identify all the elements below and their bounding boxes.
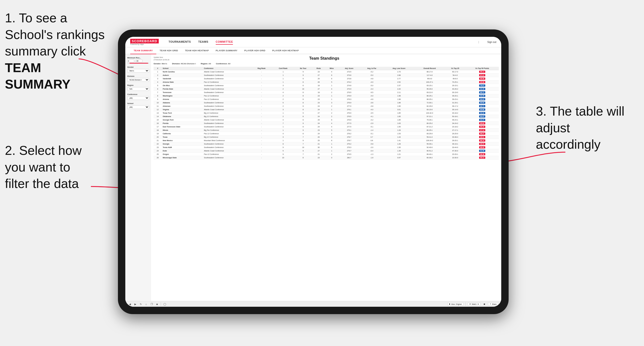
- cell-conf-rank: 1: [272, 125, 294, 128]
- cell-adj-score: 277.5: [338, 125, 360, 128]
- cell-vs50: 80.39: [466, 87, 499, 91]
- cell-reg-rank: -: [251, 128, 272, 132]
- cell-avg-low: 1.85: [383, 115, 414, 118]
- cell-overall: 79-26-1: [414, 118, 444, 122]
- filter-gender-select[interactable]: Men's: [127, 69, 149, 73]
- cell-wins: 2: [325, 132, 338, 135]
- cell-wins: 6: [325, 73, 338, 77]
- cell-conf-rank: 5: [272, 101, 294, 104]
- cell-conference: Southeastern Conference: [203, 146, 251, 149]
- tab-team-h2h-grid[interactable]: TEAM H2H GRID: [156, 47, 182, 54]
- cell-conference: Southeastern Conference: [203, 91, 251, 94]
- view-icon: ▶: [449, 303, 450, 305]
- conference-filter-label: Conference: All: [216, 63, 230, 65]
- toolbar-clock-icon[interactable]: ◯: [163, 302, 166, 306]
- cell-adj-score: 277.5: [338, 122, 360, 125]
- table-row: 20 Texas Big 12 Conference - 3 7 20 3 27…: [154, 135, 499, 139]
- cell-avg-par: -2.0: [360, 146, 383, 149]
- cell-rnds: 27: [312, 73, 325, 77]
- cell-conference: Big Ten Conference: [203, 128, 251, 132]
- cell-vs25: 50-18-1: [444, 115, 466, 118]
- filter-minrank-from[interactable]: [127, 60, 134, 62]
- toolbar-share-icon-2[interactable]: ❐: [150, 302, 153, 306]
- cell-avg-low: 2.77: [383, 77, 414, 80]
- view-original-button[interactable]: ▶ View: Original: [448, 302, 464, 306]
- cell-no-tour: 8: [294, 132, 312, 135]
- cell-avg-low: 1.98: [383, 97, 414, 101]
- cell-avg-low: 1.90: [383, 104, 414, 108]
- cell-vs25: 34-24-2: [444, 122, 466, 125]
- table-row: 24 Duke Atlantic Coast Conference - 5 9 …: [154, 149, 499, 152]
- filter-school-select[interactable]: (All): [127, 105, 149, 109]
- cell-vs50: 88.13: [466, 156, 499, 159]
- cell-adj-score: 273.5: [338, 70, 360, 73]
- sign-out-button[interactable]: Sign out: [487, 41, 496, 43]
- filter-conference-select[interactable]: (All): [127, 96, 149, 100]
- watch-button[interactable]: 👁 Watch ▼: [468, 303, 481, 306]
- cell-wins: 3: [325, 135, 338, 139]
- cell-vs50: 88.14: [466, 139, 499, 142]
- cell-avg-low: 1.21: [383, 152, 414, 156]
- nav-teams[interactable]: TEAMS: [198, 39, 208, 45]
- instruction-step1: 1. To see a School's rankings summary cl…: [5, 10, 108, 93]
- cell-adj-score: 274.9: [338, 87, 360, 91]
- filters-panel: Minimum Rou... - Gender Men's: [125, 54, 151, 301]
- cell-conference: Atlantic Coast Conference: [203, 108, 251, 111]
- cell-rank: 4: [154, 80, 162, 84]
- toolbar-bookmark-icon[interactable]: ■: [155, 302, 159, 306]
- filter-region-select[interactable]: N/A: [127, 87, 149, 91]
- cell-vs50: 87.21: [466, 73, 499, 77]
- cell-conference: Pac-12 Conference: [203, 80, 251, 84]
- cell-reg-rank: -: [251, 97, 272, 101]
- toolbar-back-icon[interactable]: ◀: [128, 302, 132, 306]
- cell-rank: 5: [154, 84, 162, 87]
- tab-player-h2h-grid[interactable]: PLAYER H2H GRID: [241, 47, 269, 54]
- cell-no-tour: 7: [294, 142, 312, 146]
- cell-avg-par: -5.2: [360, 70, 383, 73]
- slider-bar: [127, 63, 149, 64]
- table-row: 23 Texas A&M Southeastern Conference - 9…: [154, 146, 499, 149]
- toolbar-home-icon[interactable]: ⌂: [144, 302, 148, 306]
- filter-minrank-to[interactable]: [136, 60, 142, 62]
- cell-rnds: 21: [312, 142, 325, 146]
- cell-school: Arkansas: [162, 104, 203, 108]
- cell-rnds: 24: [312, 108, 325, 111]
- filter-division-select[interactable]: NCAA Division I: [127, 78, 149, 82]
- cell-vs25: 39-23-1: [444, 97, 466, 101]
- cell-avg-low: 1.85: [383, 118, 414, 122]
- toolbar-copy-icon[interactable]: ◾: [482, 302, 486, 306]
- cell-vs25: 29-15-1: [444, 84, 466, 87]
- cell-overall: 80-25-1: [414, 128, 444, 132]
- toolbar-reload-icon[interactable]: ↻: [139, 302, 142, 306]
- cell-overall: 117-4-0: [414, 73, 444, 77]
- cell-avg-par: -5.0: [360, 84, 383, 87]
- cell-adj-score: 279.5: [338, 91, 360, 94]
- cell-avg-low: 1.28: [383, 142, 414, 146]
- cell-school: Texas A&M: [162, 146, 203, 149]
- cell-adj-score: 280.7: [338, 156, 360, 159]
- bottom-toolbar: ◀ ▶ ↻ ⌂ ❐ ■ ◯ ▶ View: Original 👁 Watch ▼…: [125, 301, 501, 307]
- data-header: Update time: 27/03/2024 16:56:26 Team St…: [154, 56, 499, 61]
- cell-reg-rank: -: [251, 135, 272, 139]
- nav-committee[interactable]: COMMITTEE: [216, 39, 233, 45]
- table-row: 10 Alabama Southeastern Conference - 5 8…: [154, 101, 499, 104]
- table-row: 17 East Tennessee State Southeastern Con…: [154, 125, 499, 128]
- cell-no-tour: 9: [294, 149, 312, 152]
- share-button[interactable]: ⇧ Share: [488, 302, 498, 306]
- cell-no-tour: 8: [294, 125, 312, 128]
- cell-vs50: 83.47: [466, 115, 499, 118]
- tab-team-summary[interactable]: TEAM SUMMARY: [130, 47, 156, 54]
- cell-reg-rank: -: [251, 115, 272, 118]
- cell-overall: 66-40-1: [414, 152, 444, 156]
- tab-player-h2h-heatmap[interactable]: PLAYER H2H HEATMAP: [269, 47, 302, 54]
- table-row: 13 Texas Tech Big 12 Conference - 1 9 27…: [154, 111, 499, 115]
- cell-rnds: 21: [312, 152, 325, 156]
- toolbar-forward-icon[interactable]: ▶: [134, 302, 137, 306]
- tab-team-h2h-heatmap[interactable]: TEAM H2H HEATMAP: [182, 47, 212, 54]
- cell-vs25: 36-17-2: [444, 104, 466, 108]
- cell-avg-low: 2.20: [383, 87, 414, 91]
- cell-reg-rank: -: [251, 142, 272, 146]
- cell-no-tour: 8: [294, 101, 312, 104]
- tab-player-summary[interactable]: PLAYER SUMMARY: [212, 47, 241, 54]
- nav-tournaments[interactable]: TOURNAMENTS: [168, 39, 191, 45]
